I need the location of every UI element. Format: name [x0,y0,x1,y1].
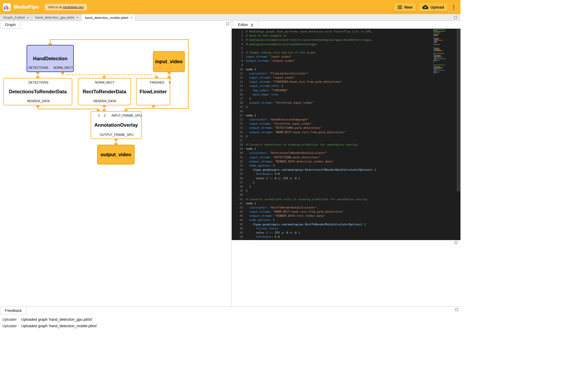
graph-node-output_video[interactable]: output_video [97,145,135,164]
file-tab[interactable]: Graph_0.pbtxt× [0,14,32,21]
code-line[interactable]: 46 node_options: { [232,218,460,222]
code-line[interactable]: 25 output_stream: "NORM_RECT:hand_rect_f… [232,130,460,134]
editor-expand-icon[interactable] [455,241,457,244]
code-line[interactable]: 13 input_stream: "FINISHED:hand_rect_fro… [232,80,460,84]
code-line[interactable]: 47 [type.googleapis.com/mediapipe.RectTo… [232,222,460,227]
code-line[interactable]: 11 calculator: "FlowLimiterCalculator" [232,71,460,76]
code-line[interactable]: 1# MediaPipe graph that performs hand de… [232,30,460,34]
upload-button[interactable]: Upload [419,3,447,12]
code-line[interactable]: 45 output_stream: "RENDER_DATA:rect_rend… [232,214,460,218]
code-line[interactable]: 39} [232,189,460,193]
code-line[interactable]: 28# Converts detections to drawing primi… [232,143,460,147]
graph-node-DetectionsToRenderData[interactable]: DETECTIONSDetectionsToRenderDataRENDER_D… [3,78,72,105]
code-line[interactable]: 26} [232,134,460,138]
code-line[interactable]: 32 output_stream: "RENDER_DATA:detection… [232,159,460,164]
code-line[interactable]: 30 calculator: "DetectionsToRenderDataCa… [232,151,460,155]
code-text: filled: false [246,227,278,231]
code-text: node { [246,201,256,206]
code-line[interactable]: 2# Used in the example in [232,34,460,38]
code-line[interactable]: 24 output_stream: "DETECTIONS:palm_detec… [232,126,460,130]
code-line[interactable]: 16 back_edge: true [232,92,460,97]
editor-minimap[interactable] [433,29,446,74]
code-line[interactable]: 27 [232,138,460,143]
visit-chip[interactable]: Visit us at mediapipe.dev [45,4,87,10]
code-line[interactable]: 14 input_stream_info: { [232,84,460,88]
graph-node-HandDetection[interactable]: HandDetectionDETECTIONSNORM_RECT [27,45,74,72]
code-line[interactable]: 18 output_stream: "throttled_input_video… [232,101,460,105]
mediapipe-dev-link[interactable]: mediapipe.dev [63,5,84,9]
code-line[interactable]: 7input_stream: "input_video" [232,55,460,59]
minimap-token [433,43,434,44]
code-line[interactable]: 22 calculator: "HandDetectionSubgraph" [232,118,460,122]
code-token [246,164,249,167]
code-line[interactable]: 48 filled: false [232,227,460,231]
minimap-line [433,35,446,36]
feedback-expand-icon[interactable] [455,308,458,311]
graph-node-input_video[interactable]: input_video [153,51,185,72]
code-token: "throttled_input_video" [275,101,313,104]
file-tab[interactable]: hand_detection_gpu.pbtxt× [32,14,81,21]
code-line[interactable]: 17 } [232,97,460,101]
kebab-menu-icon[interactable]: ⋮ [450,4,458,10]
graph-panel-tab[interactable]: Graph [0,21,21,29]
code-token: [type.googleapis.com/mediapipe.RectToRen… [253,223,362,226]
code-line[interactable]: 33 node_options: { [232,164,460,168]
code-line[interactable]: 23 input_stream: "throttled_input_video" [232,122,460,126]
window-expand-icon[interactable] [454,16,457,19]
code-line[interactable]: 20 [232,109,460,113]
code-line[interactable]: 41# Converts normalized rects to drawing… [232,197,460,201]
code-editor[interactable]: 1# MediaPipe graph that performs hand de… [232,29,460,240]
graph-expand-icon[interactable] [226,22,229,25]
code-line[interactable]: 36 color { r: 0 g: 255 b: 0 } [232,176,460,180]
graph-canvas[interactable]: HandDetectionDETECTIONSNORM_RECTinput_vi… [0,29,231,307]
code-line[interactable]: 21node { [232,113,460,118]
graph-node-RectToRenderData[interactable]: NORM_RECTRectToRenderDataRENDER_DATA [78,78,131,105]
scrollbar-thumb[interactable] [457,29,460,191]
code-line[interactable]: 29node { [232,147,460,151]
code-line[interactable]: 31 input_stream: "DETECTIONS:palm_detect… [232,155,460,159]
code-line[interactable]: 49 color { r: 255 g: 0 b: 0 } [232,231,460,235]
feedback-panel-tab[interactable]: Feedback [0,307,27,315]
graph-node-FlowLimiter[interactable]: FINISHED0FlowLimiter [136,78,170,105]
code-line[interactable]: 10node { [232,67,460,71]
download-icon[interactable] [250,23,254,27]
feedback-message: Uploaded graph 'hand_detection_mobile.pb… [21,324,97,328]
code-line[interactable]: 6# Images coming into and out of the gra… [232,50,460,55]
code-line[interactable]: 43 calculator: "RectToRenderDataCalculat… [232,206,460,210]
code-line[interactable]: 15 tag_index: "FINISHED" [232,88,460,92]
file-tab[interactable]: hand_detection_mobile.pbtxt× [81,14,135,21]
editor-scrollbar[interactable] [456,29,460,240]
minimap-line [433,43,446,44]
editor-panel-tab[interactable]: Editor [233,21,259,29]
file-tab-label: hand_detection_gpu.pbtxt [35,16,74,19]
code-line[interactable]: 37 } [232,180,460,185]
minimap-token [436,55,441,56]
code-line[interactable]: 50 thickness: 4.0 [232,235,460,239]
code-line[interactable]: 12 input_stream: "input_video" [232,76,460,80]
code-token [246,151,249,154]
line-number: 47 [232,222,243,227]
code-line[interactable]: 4# mediapipie/examples/ios/handdetection… [232,42,460,46]
code-line[interactable]: 35 thickness: 4.0 [232,172,460,176]
graph-node-AnnotationOverlay[interactable]: 12INPUT_FRAME_GPUAnnotationOverlayOUTPUT… [91,111,142,139]
code-line[interactable]: 19} [232,105,460,109]
code-line[interactable]: 38 } [232,185,460,189]
minimap-token [436,50,443,51]
code-line[interactable]: 9 [232,63,460,67]
code-line[interactable]: 44 input_stream: "NORM_RECT:hand_rect_fr… [232,210,460,214]
code-line[interactable]: 5 [232,46,460,50]
code-line[interactable]: 40 [232,193,460,197]
close-icon[interactable]: × [27,16,29,19]
new-button[interactable]: New [394,3,416,12]
code-line[interactable]: 34 [type.googleapis.com/mediapipe.Detect… [232,168,460,172]
code-token: 255 [283,177,288,180]
code-line[interactable]: 42node { [232,201,460,206]
code-token: "RectToRenderDataCalculator" [270,206,317,209]
close-icon[interactable]: × [130,16,133,19]
node-title: output_video [101,152,131,157]
close-icon[interactable]: × [76,16,79,19]
code-lines: 1# MediaPipe graph that performs hand de… [232,29,460,240]
minimap-line [433,66,446,66]
code-line[interactable]: 8output_stream: "output_video" [232,59,460,63]
code-line[interactable]: 3# mediapipie/examples/android/src/java/… [232,38,460,42]
